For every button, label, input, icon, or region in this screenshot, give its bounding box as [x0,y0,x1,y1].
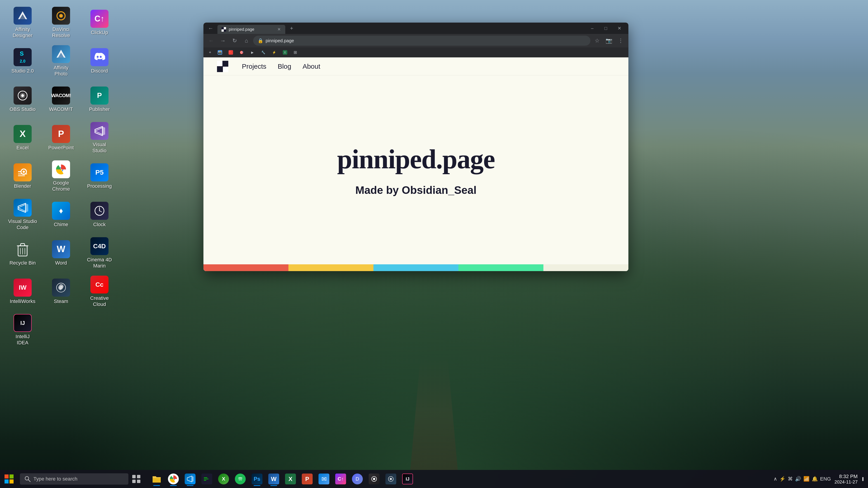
bookmark-icon-3: 🎯 [239,50,244,55]
bookmark-add[interactable]: + [206,49,214,56]
taskbar-app-e[interactable]: IJ [400,471,415,487]
svg-rect-47 [132,475,135,478]
icon-label-studio20: Studio 2.0 [11,68,34,74]
icon-label-chime: Chime [54,222,68,228]
browser-titlebar: ← pinniped.page ✕ + – □ ✕ [204,23,628,34]
icon-recycle-bin[interactable]: Recycle Bin [4,235,41,271]
address-bar[interactable]: 🔒 pinniped.page [253,36,590,46]
taskbar-app-a[interactable]: C↑ [333,471,348,487]
icon-chime[interactable]: ♦ Chime [43,197,79,233]
icon-word[interactable]: W Word [43,235,79,271]
reload-button[interactable]: ↻ [230,36,240,46]
forward-button[interactable]: → [218,36,228,46]
more-button[interactable]: ⋮ [616,36,626,46]
bookmark-icon-6: ⚡ [272,50,276,55]
tray-battery-icon[interactable]: ⚡ [779,476,785,482]
icon-publisher[interactable]: P Publisher [81,81,118,118]
svg-point-62 [390,478,392,480]
icon-intelliworks[interactable]: IW IntelliWorks [4,273,41,310]
svg-point-8 [21,94,24,97]
bookmark-item-2[interactable]: 🔴 [226,49,236,56]
nav-link-blog[interactable]: Blog [278,63,291,70]
bookmark-screenshot[interactable]: 📸 [215,49,225,56]
tray-volume-icon[interactable]: 🔊 [795,476,801,482]
bookmark-item-6[interactable]: ⚡ [269,49,279,56]
icon-excel[interactable]: X Excel [4,120,41,156]
icon-steam[interactable]: Steam [43,273,79,310]
icon-processing[interactable]: P5 Processing [81,158,118,194]
color-bar-green [458,264,544,271]
tray-notification-icon[interactable]: 🔔 [812,476,818,482]
close-button[interactable]: ✕ [613,23,626,34]
tray-lang-icon[interactable]: ENG [820,476,831,482]
icon-label-clickup: ClickUp [91,30,108,35]
bookmark-item-4[interactable]: ▶ [248,49,257,56]
nav-link-about[interactable]: About [303,63,320,70]
taskbar-app-d[interactable] [383,471,399,487]
back-button[interactable]: ← [206,36,216,46]
website-content: Projects Blog About pinniped.page Made b… [204,57,628,271]
svg-rect-49 [132,480,135,483]
taskbar-clock[interactable]: 8:32 PM 2024-11-27 [835,474,858,485]
maximize-button[interactable]: □ [599,23,613,34]
svg-rect-51 [153,478,161,483]
tab-close-button[interactable]: ✕ [276,26,282,33]
taskbar-photoshop[interactable]: Ps [249,471,265,487]
task-view-button[interactable] [128,471,144,487]
bookmark-item-5[interactable]: 🔧 [258,49,268,56]
tray-network-icon[interactable]: 📶 [803,476,809,482]
icon-chrome[interactable]: GoogleChrome [43,158,79,194]
taskbar-xbox[interactable]: X [216,471,231,487]
bookmark-item-7[interactable]: X [280,49,290,56]
icon-affinity-designer[interactable]: AffinityDesigner [4,4,41,41]
desktop: AffinityDesigner DaVinciResolve C↑ Click… [0,0,868,488]
icon-powerpoint[interactable]: P PowerPoint [43,120,79,156]
nav-link-projects[interactable]: Projects [242,63,266,70]
taskbar-app-c[interactable] [366,471,382,487]
icon-davinci-resolve[interactable]: DaVinciResolve [43,4,79,41]
minimize-button[interactable]: – [585,23,599,34]
icon-studio20[interactable]: S2.0 Studio 2.0 [4,43,41,79]
icon-blender[interactable]: Blender [4,158,41,194]
taskbar-search[interactable]: Type here to search [20,473,128,485]
site-logo[interactable] [217,61,228,72]
icon-vscode[interactable]: Visual StudioCode [4,197,41,233]
browser-back-arrow[interactable]: ← [206,23,216,33]
home-button[interactable]: ⌂ [241,36,251,46]
taskbar-app-b[interactable]: D [349,471,365,487]
icon-obs[interactable]: OBS Studio [4,81,41,118]
bookmark-item-3[interactable]: 🎯 [237,49,247,56]
icon-label-steam: Steam [54,298,68,304]
icon-affinity-photo[interactable]: AffinityPhoto [43,43,79,79]
taskbar-file-explorer[interactable] [149,471,164,487]
taskbar-excel[interactable]: X [283,471,298,487]
icon-intellij[interactable]: IJ IntelliJIDEA [4,312,41,348]
tray-wifi-icon[interactable]: ⌘ [788,476,793,482]
screenshot-button[interactable]: 📷 [604,36,614,46]
new-tab-button[interactable]: + [287,24,296,33]
icon-visual-studio[interactable]: VisualStudio [81,120,118,156]
icon-wacom[interactable]: WACOM! WACOM!T [43,81,79,118]
icon-label-intelliworks: IntelliWorks [10,298,35,304]
icon-clickup[interactable]: C↑ ClickUp [81,4,118,41]
svg-rect-36 [224,29,226,32]
icon-c4d[interactable]: C4D Cinema 4DMarin [81,235,118,271]
start-button[interactable] [0,470,18,488]
taskbar-spotify[interactable] [232,471,248,487]
taskbar-powerpoint[interactable]: P [299,471,315,487]
icon-discord[interactable]: Discord [81,43,118,79]
icon-creative-cloud[interactable]: Cc CreativeCloud [81,273,118,310]
bookmark-extensions[interactable]: ⊞ [291,49,300,56]
show-desktop-button[interactable]: ▐ [861,477,864,481]
taskbar-chrome[interactable] [165,471,181,487]
taskbar-terminal[interactable] [199,471,215,487]
tab-title: pinniped.page [229,27,254,32]
taskbar-mail[interactable]: ✉ [316,471,332,487]
taskbar-vscode[interactable] [182,471,198,487]
tray-arrow-icon[interactable]: ∧ [774,476,777,482]
icon-clock[interactable]: Clock [81,197,118,233]
browser-tab-active[interactable]: pinniped.page ✕ [217,25,285,34]
bookmark-star-button[interactable]: ☆ [592,36,602,46]
color-bar-cream [544,264,628,271]
taskbar-word[interactable]: W [266,471,282,487]
